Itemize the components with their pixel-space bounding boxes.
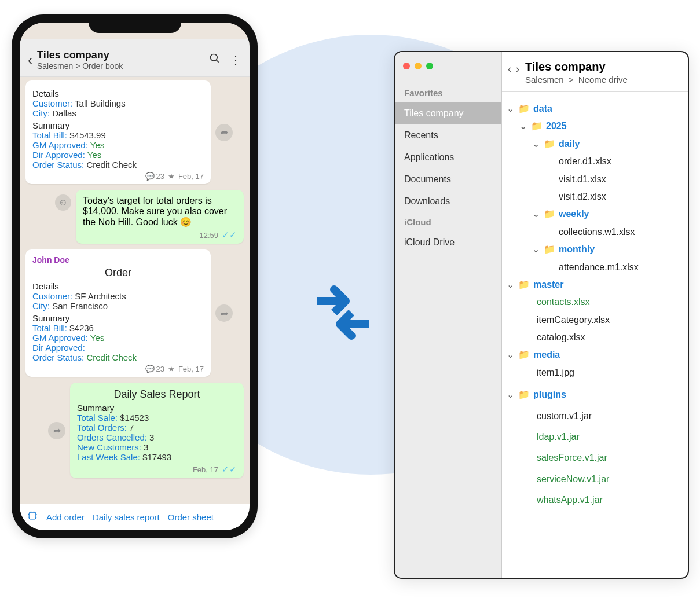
- file-item[interactable]: item1.jpg: [507, 364, 684, 381]
- forward-icon[interactable]: ➦: [215, 304, 233, 322]
- star-icon[interactable]: ★: [168, 172, 175, 181]
- chevron-down-icon[interactable]: ⌄: [532, 205, 540, 223]
- breadcrumb: Salesmen > Order book: [37, 61, 204, 71]
- chevron-down-icon[interactable]: ⌄: [507, 100, 515, 118]
- sidebar-item-tiles-company[interactable]: Tiles company: [395, 102, 501, 124]
- folder-weekly[interactable]: ⌄📁weekly: [507, 205, 684, 223]
- back-icon[interactable]: ‹: [28, 52, 32, 68]
- total-value: $4543.99: [69, 130, 106, 140]
- sidebar-item-recents[interactable]: Recents: [395, 124, 501, 146]
- file-item[interactable]: itemCategory.xlsx: [507, 311, 684, 329]
- gm-value: Yes: [90, 140, 104, 150]
- minimize-window-icon[interactable]: [415, 63, 422, 69]
- file-item[interactable]: visit.d1.xlsx: [507, 171, 684, 188]
- chat-title: Tiles company: [37, 49, 204, 61]
- forward-icon[interactable]: ➦: [48, 422, 65, 439]
- gm-value: Yes: [90, 333, 104, 343]
- file-tree[interactable]: ⌄📁data ⌄📁2025 ⌄📁daily order.d1.xlsx visi…: [502, 92, 688, 578]
- finder-window: Favorites Tiles company Recents Applicat…: [394, 51, 689, 579]
- finder-header: ‹ › Tiles company Salesmen > Neome drive: [502, 52, 688, 92]
- file-item[interactable]: contacts.xlsx: [507, 293, 684, 311]
- message-text: Today's target for total orders is $14,0…: [83, 196, 227, 227]
- folder-master[interactable]: ⌄📁master: [507, 276, 684, 293]
- report-card[interactable]: ➦ Daily Sales Report Summary Total Sale:…: [70, 383, 244, 478]
- details-label: Details: [32, 89, 204, 98]
- kebab-menu-icon[interactable]: ⋮: [230, 53, 241, 67]
- chevron-down-icon[interactable]: ⌄: [532, 135, 540, 153]
- message-date: Feb, 17: [193, 465, 218, 474]
- folder-monthly[interactable]: ⌄📁monthly: [507, 241, 684, 258]
- avatar-icon: ☺: [55, 194, 71, 211]
- file-item[interactable]: collections.w1.xlsx: [507, 223, 684, 241]
- chat-footer: Add order Daily sales report Order sheet: [20, 504, 250, 530]
- forward-icon[interactable]: ➦: [215, 124, 233, 141]
- search-icon[interactable]: [209, 53, 221, 67]
- reply-count[interactable]: 💬23: [145, 365, 164, 373]
- file-item[interactable]: salesForce.v1.jar: [507, 449, 684, 467]
- file-item[interactable]: catalog.xlsx: [507, 329, 684, 346]
- chevron-down-icon[interactable]: ⌄: [507, 386, 515, 403]
- folder-icon: 📁: [544, 135, 555, 153]
- star-icon[interactable]: ★: [168, 365, 175, 373]
- sidebar-item-downloads[interactable]: Downloads: [395, 190, 501, 212]
- reply-count[interactable]: 💬23: [145, 172, 164, 181]
- file-item[interactable]: whatsApp.v1.jar: [507, 491, 684, 509]
- file-item[interactable]: ldap.v1.jar: [507, 428, 684, 446]
- finder-title: Tiles company: [525, 60, 628, 74]
- sidebar-item-documents[interactable]: Documents: [395, 168, 501, 190]
- folder-data[interactable]: ⌄📁data: [507, 100, 684, 118]
- sync-arrows-icon: [302, 278, 383, 350]
- folder-icon: 📁: [518, 386, 530, 403]
- file-item[interactable]: order.d1.xlsx: [507, 153, 684, 170]
- order-sheet-link[interactable]: Order sheet: [168, 512, 214, 522]
- customer-value: Tall Buildings: [75, 98, 126, 108]
- folder-daily[interactable]: ⌄📁daily: [507, 135, 684, 153]
- order-card-1[interactable]: Details Customer: Tall Buildings City: D…: [25, 80, 211, 184]
- read-receipt-icon: ✓✓: [222, 230, 237, 240]
- status-value: Credit Check: [86, 353, 137, 362]
- city-label: City:: [32, 301, 50, 311]
- message-date: Feb, 17: [178, 365, 204, 373]
- gm-label: GM Approved:: [32, 140, 88, 150]
- customer-label: Customer:: [32, 98, 72, 108]
- file-item[interactable]: attendance.m1.xlsx: [507, 259, 684, 276]
- maximize-window-icon[interactable]: [426, 63, 433, 69]
- folder-plugins[interactable]: ⌄📁plugins: [507, 386, 684, 403]
- file-item[interactable]: visit.d2.xlsx: [507, 188, 684, 205]
- svg-rect-2: [29, 512, 36, 519]
- message-date: Feb, 17: [178, 172, 204, 181]
- orders-label: Total Orders:: [77, 423, 127, 432]
- folder-icon: 📁: [544, 205, 555, 223]
- sidebar-item-applications[interactable]: Applications: [395, 146, 501, 168]
- sidebar-item-icloud-drive[interactable]: iCloud Drive: [395, 232, 501, 254]
- sale-value: $14523: [120, 413, 149, 423]
- read-receipt-icon: ✓✓: [222, 464, 237, 475]
- daily-report-link[interactable]: Daily sales report: [93, 512, 160, 522]
- chevron-down-icon[interactable]: ⌄: [519, 118, 527, 135]
- svg-line-1: [217, 60, 219, 63]
- text-message[interactable]: ☺ Today's target for total orders is $14…: [76, 190, 244, 244]
- folder-2025[interactable]: ⌄📁2025: [507, 118, 684, 135]
- add-order-link[interactable]: Add order: [46, 512, 85, 522]
- chevron-down-icon[interactable]: ⌄: [507, 346, 515, 364]
- ai-icon[interactable]: [27, 510, 38, 524]
- phone-frame: ‹ Tiles company Salesmen > Order book ⋮ …: [12, 14, 258, 538]
- folder-media[interactable]: ⌄📁media: [507, 346, 684, 364]
- chevron-down-icon[interactable]: ⌄: [507, 276, 515, 293]
- total-label: Total Bill:: [32, 130, 67, 140]
- finder-breadcrumb: Salesmen > Neome drive: [525, 75, 628, 85]
- cancel-value: 3: [149, 432, 154, 442]
- order-card-2[interactable]: John Doe Order Details Customer: SF Arch…: [25, 249, 211, 377]
- close-window-icon[interactable]: [403, 63, 410, 69]
- last-label: Last Week Sale:: [77, 452, 140, 462]
- file-item[interactable]: custom.v1.jar: [507, 408, 684, 425]
- nav-back-icon[interactable]: ‹: [508, 63, 511, 75]
- file-item[interactable]: serviceNow.v1.jar: [507, 471, 684, 488]
- total-label: Total Bill:: [32, 323, 67, 333]
- chat-scroll[interactable]: Details Customer: Tall Buildings City: D…: [20, 77, 250, 504]
- nav-forward-icon[interactable]: ›: [516, 63, 519, 75]
- chevron-down-icon[interactable]: ⌄: [532, 241, 540, 258]
- finder-sidebar: Favorites Tiles company Recents Applicat…: [395, 52, 502, 578]
- phone-notch: [89, 14, 181, 33]
- last-value: $17493: [142, 452, 171, 462]
